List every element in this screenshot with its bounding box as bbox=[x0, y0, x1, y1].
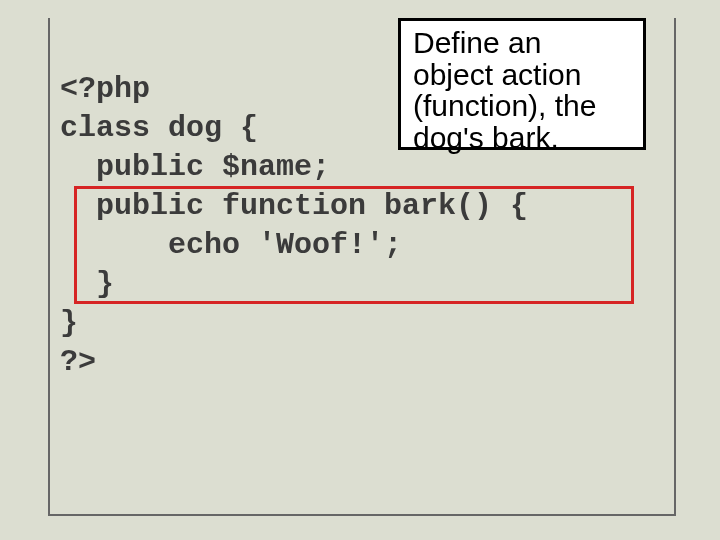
callout-line-2: object action bbox=[413, 59, 633, 91]
callout-line-4: dog's bark. bbox=[413, 122, 633, 154]
code-line-4: public function bark() { bbox=[60, 187, 660, 226]
code-line-3: public $name; bbox=[60, 148, 660, 187]
annotation-callout: Define an object action (function), the … bbox=[398, 18, 646, 150]
callout-line-1: Define an bbox=[413, 27, 633, 59]
code-line-6: } bbox=[60, 265, 660, 304]
code-line-5: echo 'Woof!'; bbox=[60, 226, 660, 265]
callout-line-3: (function), the bbox=[413, 90, 633, 122]
code-line-7: } bbox=[60, 304, 660, 343]
code-line-8: ?> bbox=[60, 343, 660, 382]
